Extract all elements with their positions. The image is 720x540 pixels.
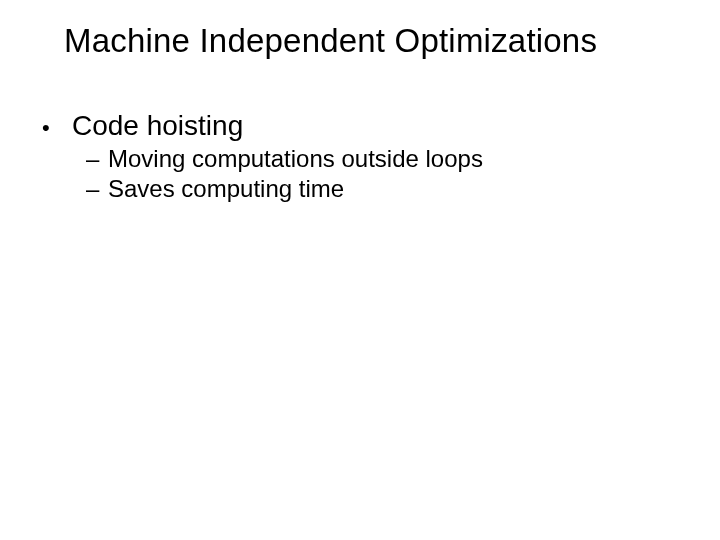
subitem-label: Saves computing time bbox=[108, 174, 344, 204]
subitem-label: Moving computations outside loops bbox=[108, 144, 483, 174]
bullet-label: Code hoisting bbox=[72, 110, 243, 142]
dash-icon: – bbox=[86, 144, 108, 174]
bullet-disc-icon: • bbox=[38, 114, 72, 142]
list-item: – Moving computations outside loops bbox=[86, 144, 682, 174]
slide: Machine Independent Optimizations • Code… bbox=[0, 0, 720, 540]
bullet-level1: • Code hoisting – Moving computations ou… bbox=[38, 110, 682, 204]
slide-title: Machine Independent Optimizations bbox=[64, 22, 597, 60]
bullet-level2-group: – Moving computations outside loops – Sa… bbox=[38, 144, 682, 204]
list-item: • Code hoisting bbox=[38, 110, 682, 142]
slide-body: • Code hoisting – Moving computations ou… bbox=[38, 110, 682, 214]
list-item: – Saves computing time bbox=[86, 174, 682, 204]
dash-icon: – bbox=[86, 174, 108, 204]
